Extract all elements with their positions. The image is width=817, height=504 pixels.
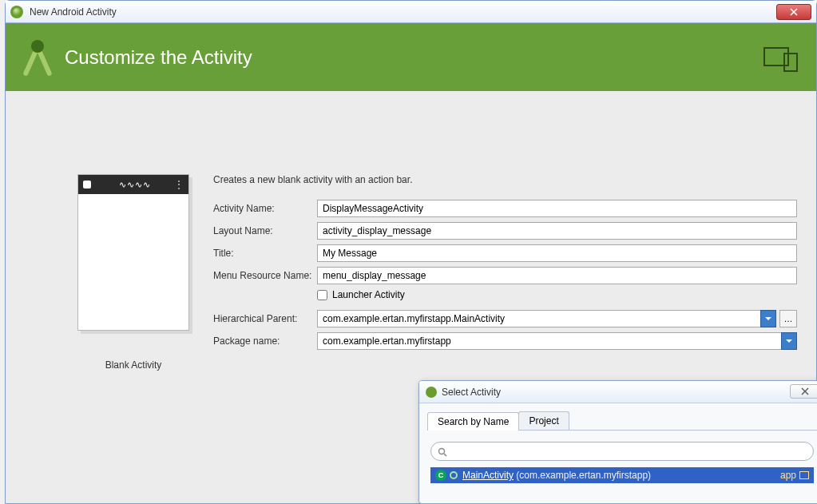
banner-heading: Customize the Activity [65, 46, 252, 69]
label-menu-resource: Menu Resource Name: [213, 270, 317, 281]
select-activity-close-button[interactable] [790, 384, 817, 399]
intro-text: Creates a new blank activity with an act… [213, 174, 797, 185]
hierarchical-parent-browse-button[interactable]: … [779, 310, 797, 327]
form-factor-icon [763, 47, 799, 76]
android-studio-logo [20, 40, 55, 75]
select-activity-titlebar[interactable]: Select Activity [419, 381, 817, 403]
select-activity-search-input[interactable] [430, 442, 814, 461]
label-launcher-activity: Launcher Activity [332, 289, 405, 300]
overflow-menu-icon: ⋮ [174, 179, 184, 190]
svg-line-3 [444, 454, 446, 456]
close-icon [790, 8, 798, 16]
hierarchical-parent-input[interactable] [317, 310, 760, 327]
title-placeholder: ∿∿∿∿ [96, 180, 174, 190]
close-icon [799, 387, 811, 395]
svg-rect-1 [784, 54, 797, 71]
package-name-dropdown-button[interactable] [781, 332, 797, 350]
label-hierarchical-parent: Hierarchical Parent: [213, 313, 317, 324]
class-icon: C [435, 470, 446, 481]
label-title: Title: [213, 248, 317, 259]
result-class-name: MainActivity [462, 470, 514, 481]
chevron-down-icon [786, 338, 792, 344]
window-title: New Android Activity [30, 6, 117, 18]
select-activity-title: Select Activity [442, 387, 501, 398]
module-icon [799, 471, 809, 479]
close-button[interactable] [776, 4, 811, 20]
window-titlebar[interactable]: New Android Activity [6, 1, 816, 23]
chevron-down-icon [765, 315, 771, 322]
hierarchical-parent-dropdown-button[interactable] [760, 310, 776, 327]
android-studio-icon [426, 387, 437, 398]
preview-label: Blank Activity [54, 359, 213, 371]
title-input[interactable] [317, 244, 797, 262]
search-icon [438, 446, 447, 460]
menu-resource-input[interactable] [317, 267, 797, 284]
runnable-icon [450, 471, 458, 479]
select-activity-tabs: Search by Name Project [427, 410, 817, 431]
launcher-activity-checkbox[interactable] [317, 290, 327, 300]
result-module: app [780, 470, 796, 481]
package-name-input[interactable] [317, 332, 781, 350]
svg-point-2 [439, 449, 445, 454]
tab-search-by-name[interactable]: Search by Name [427, 412, 519, 431]
banner: Customize the Activity [6, 23, 816, 91]
label-activity-name: Activity Name: [213, 203, 317, 214]
label-layout-name: Layout Name: [213, 225, 317, 236]
tab-project[interactable]: Project [518, 411, 569, 430]
layout-name-input[interactable] [317, 222, 797, 240]
select-activity-dialog: Select Activity Search by Name Project C… [418, 380, 817, 504]
android-studio-icon [10, 6, 23, 18]
app-icon-placeholder [83, 181, 91, 189]
activity-result-row[interactable]: C MainActivity (com.example.ertan.myfirs… [430, 467, 814, 483]
activity-preview: ∿∿∿∿ ⋮ [77, 174, 189, 331]
activity-name-input[interactable] [317, 200, 797, 217]
label-package-name: Package name: [213, 335, 317, 347]
result-package: (com.example.ertan.myfirstapp) [516, 470, 651, 481]
